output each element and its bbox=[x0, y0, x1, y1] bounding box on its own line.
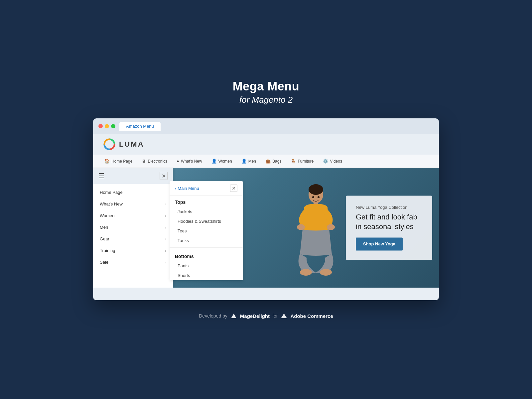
menu-close-button[interactable]: ✕ bbox=[160, 172, 168, 180]
whatsnew-icon: ● bbox=[177, 159, 179, 164]
svg-point-8 bbox=[312, 196, 314, 198]
svg-point-7 bbox=[320, 269, 332, 276]
submenu-item-tees[interactable]: Tees bbox=[170, 226, 243, 236]
submenu-section-tops: Tops bbox=[170, 196, 243, 207]
maximize-dot[interactable] bbox=[111, 124, 115, 128]
chevron-right-icon: › bbox=[165, 214, 166, 218]
menu-item-training[interactable]: Training › bbox=[93, 245, 173, 256]
submenu-item-tanks[interactable]: Tanks bbox=[170, 236, 243, 245]
magedelight-brand: MageDelight bbox=[240, 313, 270, 319]
nav-item-whatsnew[interactable]: ● What's New bbox=[172, 155, 207, 168]
submenu-header: ‹ Main Menu ✕ bbox=[170, 181, 243, 196]
women-icon: 👤 bbox=[211, 159, 217, 164]
footer-text-middle: for bbox=[272, 313, 278, 319]
hero-cta-card: New Luma Yoga Collection Get fit and loo… bbox=[346, 196, 432, 260]
submenu-item-jackets[interactable]: Jackets bbox=[170, 207, 243, 216]
bags-icon: 👜 bbox=[265, 159, 271, 164]
submenu-item-pants[interactable]: Pants bbox=[170, 261, 243, 271]
browser-tab[interactable]: Amazon Menu bbox=[119, 122, 161, 131]
submenu-close-button[interactable]: ✕ bbox=[230, 185, 237, 192]
main-title: Mega Menu bbox=[233, 79, 300, 93]
footer-text-before: Developed by bbox=[199, 313, 227, 319]
submenu-item-shorts[interactable]: Shorts bbox=[170, 271, 243, 280]
store-area: LUMA 🏠 Home Page 🖥 Electronics ● What's … bbox=[93, 134, 439, 300]
nav-item-women[interactable]: 👤 Women bbox=[207, 155, 237, 168]
nav-item-videos[interactable]: ⚙️ Videos bbox=[318, 155, 346, 168]
chevron-right-icon: › bbox=[165, 237, 166, 241]
chevron-right-icon: › bbox=[165, 202, 166, 206]
chevron-right-icon: › bbox=[165, 260, 166, 264]
magedelight-logo-icon bbox=[230, 312, 237, 320]
yoga-person-illustration bbox=[283, 175, 349, 281]
page-footer: Developed by MageDelight for Adobe Comme… bbox=[199, 312, 333, 320]
nav-item-homepage[interactable]: 🏠 Home Page bbox=[100, 155, 137, 168]
hamburger-icon[interactable]: ☰ bbox=[98, 172, 104, 180]
submenu-item-hoodies[interactable]: Hoodies & Sweatshirts bbox=[170, 216, 243, 226]
svg-point-4 bbox=[297, 224, 305, 230]
menu-item-men[interactable]: Men › bbox=[93, 221, 173, 233]
chevron-right-icon: › bbox=[165, 249, 166, 253]
menu-item-gear[interactable]: Gear › bbox=[93, 233, 173, 245]
svg-point-2 bbox=[309, 184, 323, 195]
men-icon: 👤 bbox=[241, 159, 247, 164]
store-logo-text: LUMA bbox=[119, 140, 144, 149]
submenu-section-bottoms: Bottoms bbox=[170, 250, 243, 261]
chevron-left-icon: ‹ bbox=[175, 186, 176, 191]
svg-point-6 bbox=[300, 269, 312, 276]
submenu-panel: ‹ Main Menu ✕ Tops Jackets Hoodies & Swe… bbox=[170, 181, 243, 280]
hero-cta-title: Get fit and look fab in seasonal styles bbox=[356, 212, 422, 231]
nav-item-bags[interactable]: 👜 Bags bbox=[261, 155, 286, 168]
menu-item-sale[interactable]: Sale › bbox=[93, 256, 173, 268]
furniture-icon: 🪑 bbox=[291, 159, 296, 164]
chevron-right-icon: › bbox=[165, 225, 166, 229]
menu-header: ☰ ✕ bbox=[93, 168, 173, 184]
nav-item-men[interactable]: 👤 Men bbox=[237, 155, 261, 168]
menu-item-whatsnew[interactable]: What's New › bbox=[93, 198, 173, 210]
main-subtitle: for Magento 2 bbox=[233, 95, 300, 105]
browser-chrome: Amazon Menu bbox=[93, 118, 439, 134]
svg-point-5 bbox=[327, 224, 335, 230]
submenu-divider bbox=[170, 247, 243, 248]
minimize-dot[interactable] bbox=[105, 124, 109, 128]
adobe-commerce-logo-icon bbox=[280, 312, 288, 320]
store-top: LUMA bbox=[93, 134, 439, 155]
nav-item-furniture[interactable]: 🪑 Furniture bbox=[286, 155, 318, 168]
adobe-commerce-brand: Adobe Commerce bbox=[290, 313, 333, 319]
nav-item-electronics[interactable]: 🖥 Electronics bbox=[137, 155, 172, 168]
home-icon: 🏠 bbox=[104, 159, 110, 164]
shop-new-yoga-button[interactable]: Shop New Yoga bbox=[356, 238, 403, 251]
nav-bar: 🏠 Home Page 🖥 Electronics ● What's New 👤… bbox=[93, 155, 439, 168]
electronics-icon: 🖥 bbox=[142, 159, 146, 164]
hero-area: New Luma Yoga Collection Get fit and loo… bbox=[93, 168, 439, 288]
svg-point-9 bbox=[318, 196, 320, 198]
side-menu-overlay: ☰ ✕ Home Page What's New › Women › bbox=[93, 168, 173, 288]
browser-dots bbox=[98, 124, 115, 128]
page-header: Mega Menu for Magento 2 bbox=[233, 79, 300, 105]
hero-cta-subtitle: New Luma Yoga Collection bbox=[356, 205, 422, 210]
menu-items-list: Home Page What's New › Women › Men › bbox=[93, 184, 173, 271]
luma-logo-icon bbox=[103, 138, 116, 151]
menu-item-women[interactable]: Women › bbox=[93, 210, 173, 221]
videos-icon: ⚙️ bbox=[323, 159, 328, 164]
menu-item-homepage[interactable]: Home Page bbox=[93, 187, 173, 198]
back-to-main-menu-button[interactable]: ‹ Main Menu bbox=[175, 186, 199, 191]
close-dot[interactable] bbox=[98, 124, 103, 128]
logo-area: LUMA bbox=[103, 138, 144, 151]
browser-window: Amazon Menu LUMA 🏠 Home Page bbox=[93, 118, 439, 300]
